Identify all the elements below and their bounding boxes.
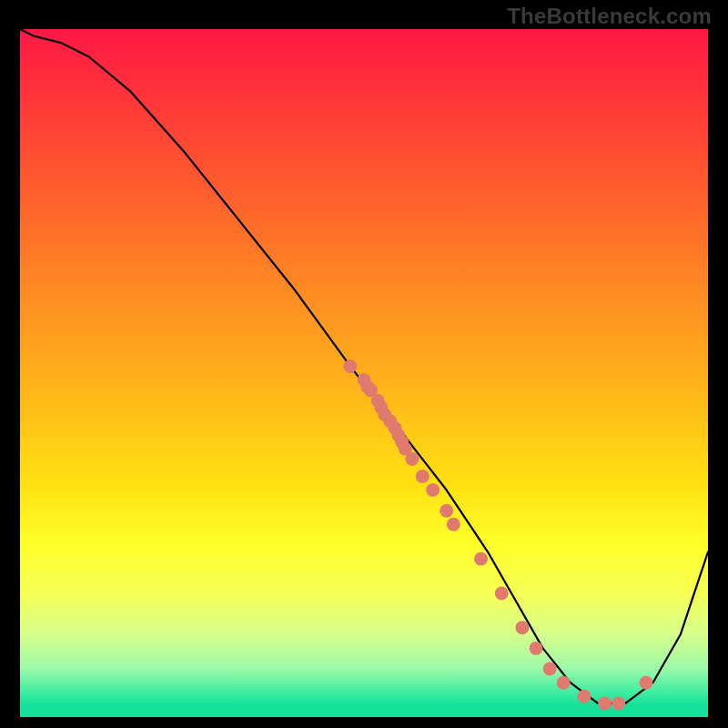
scatter-point — [416, 470, 430, 483]
scatter-point — [440, 504, 453, 518]
scatter-point — [612, 696, 625, 710]
brand-watermark: TheBottleneck.com — [507, 4, 712, 29]
scatter-point — [530, 642, 543, 655]
bottleneck-curve — [20, 29, 708, 703]
plot-area — [18, 27, 710, 719]
scatter-point — [639, 676, 652, 690]
curve-layer — [20, 29, 708, 703]
scatter-point — [557, 676, 571, 690]
scatter-point — [577, 690, 591, 703]
chart-frame: TheBottleneck.com — [0, 0, 728, 728]
plot-svg — [20, 29, 708, 717]
scatter-point — [543, 662, 557, 676]
scatter-layer — [343, 359, 652, 710]
scatter-point — [405, 452, 419, 466]
scatter-point — [515, 621, 529, 634]
scatter-point — [495, 586, 509, 600]
scatter-point — [447, 518, 460, 531]
scatter-point — [426, 483, 440, 497]
scatter-point — [598, 696, 612, 710]
scatter-point — [343, 359, 357, 373]
scatter-point — [474, 552, 488, 566]
